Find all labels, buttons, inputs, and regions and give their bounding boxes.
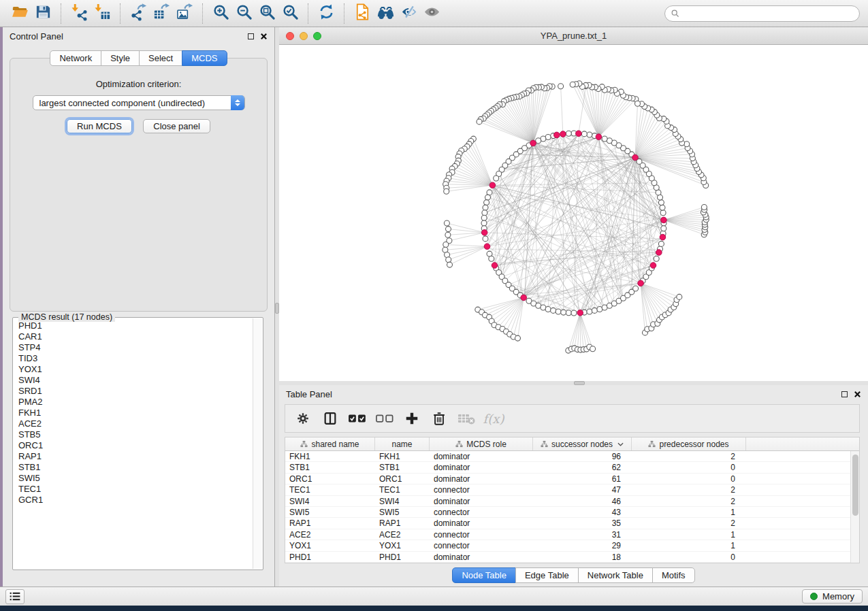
- toolbar-import-network-button[interactable]: [67, 3, 91, 24]
- table-toolbar-columns-button[interactable]: [319, 408, 341, 429]
- table-tab-edge-table[interactable]: Edge Table: [515, 567, 579, 583]
- share-document-icon: [353, 3, 372, 24]
- column-label: successor nodes: [551, 440, 613, 449]
- close-panel-icon[interactable]: [260, 33, 268, 40]
- mcds-result-item[interactable]: SWI5: [16, 473, 252, 484]
- tab-style[interactable]: Style: [101, 50, 140, 66]
- table-toolbar-delete-columns-button[interactable]: [428, 408, 450, 429]
- mcds-result-item[interactable]: TID3: [16, 353, 252, 364]
- scrollbar-thumb[interactable]: [852, 455, 858, 516]
- toolbar-refresh-button[interactable]: [315, 3, 338, 24]
- network-graph[interactable]: [279, 45, 868, 381]
- toolbar-hide-selected-button[interactable]: [397, 3, 420, 24]
- window-close-button[interactable]: [286, 32, 294, 40]
- tab-network[interactable]: Network: [50, 50, 101, 66]
- table-toolbar-gear-button[interactable]: [292, 408, 314, 429]
- mcds-result-item[interactable]: YOX1: [16, 364, 252, 375]
- mcds-result-item[interactable]: STB1: [16, 462, 252, 473]
- mcds-result-item[interactable]: CAR1: [16, 331, 252, 342]
- table-row[interactable]: RAP1RAP1dominator352: [285, 518, 859, 529]
- column-header-name[interactable]: name: [375, 437, 430, 450]
- mcds-result-item[interactable]: GCR1: [16, 495, 252, 506]
- mcds-result-scrollbar[interactable]: [253, 318, 262, 569]
- export-network-icon: [129, 3, 148, 24]
- table-row[interactable]: YOX1YOX1connector291: [285, 540, 859, 551]
- mcds-result-item[interactable]: STB5: [16, 429, 252, 440]
- import-network-icon: [70, 3, 89, 24]
- table-row[interactable]: FKH1FKH1dominator962: [285, 451, 859, 462]
- mcds-result-item[interactable]: SRD1: [16, 386, 252, 397]
- table-tab-motifs[interactable]: Motifs: [652, 567, 695, 583]
- column-header-shared-name[interactable]: shared name: [285, 437, 375, 450]
- column-header-predecessor-nodes[interactable]: predecessor nodes: [632, 437, 746, 450]
- table-tab-node-table[interactable]: Node Table: [452, 567, 516, 583]
- table-cell: PHD1: [285, 552, 375, 562]
- table-scrollbar[interactable]: [850, 451, 859, 563]
- table-row[interactable]: TEC1TEC1connector472: [285, 484, 859, 495]
- table-row[interactable]: PHD1PHD1dominator180: [285, 552, 859, 563]
- column-header-MCDS-role[interactable]: MCDS role: [430, 437, 533, 450]
- column-header-successor-nodes[interactable]: successor nodes: [533, 437, 632, 450]
- table-toolbar-add-column-button[interactable]: [401, 408, 423, 429]
- mcds-result-item[interactable]: SWI4: [16, 375, 252, 386]
- mcds-result-item[interactable]: RAP1: [16, 451, 252, 462]
- table-toolbar-delete-table-button: [455, 408, 477, 429]
- table-cell: 47: [533, 484, 632, 495]
- table-cell: RAP1: [285, 518, 375, 528]
- close-panel-button[interactable]: Close panel: [143, 119, 210, 133]
- mcds-result-item[interactable]: FKH1: [16, 408, 252, 418]
- mcds-result-item[interactable]: PHD1: [16, 320, 252, 331]
- table-toolbar-unselect-all-button[interactable]: [374, 408, 396, 429]
- search-input[interactable]: [684, 9, 854, 18]
- table-row[interactable]: SWI5SWI5connector431: [285, 507, 859, 518]
- table-row[interactable]: SWI4SWI4dominator462: [285, 496, 859, 507]
- network-graph-canvas[interactable]: [279, 45, 868, 381]
- mcds-result-item[interactable]: ORC1: [16, 440, 252, 451]
- table-cell: ORC1: [375, 474, 430, 484]
- toolbar-search-network-button[interactable]: [374, 3, 397, 24]
- table-cell: connector: [430, 540, 533, 550]
- table-cell: 46: [533, 496, 632, 506]
- table-toolbar-select-all-button[interactable]: [347, 408, 368, 429]
- toolbar-import-table-button[interactable]: [91, 3, 114, 24]
- table-cell: dominator: [430, 462, 533, 472]
- table-row[interactable]: ORC1ORC1dominator610: [285, 474, 859, 484]
- float-panel-icon[interactable]: [841, 391, 848, 397]
- toolbar-open-file-button[interactable]: [8, 3, 31, 24]
- close-panel-icon[interactable]: [854, 391, 861, 398]
- table-cell: dominator: [430, 474, 533, 484]
- toolbar-zoom-selected-button[interactable]: [278, 3, 302, 24]
- table-cell: 43: [533, 507, 632, 517]
- list-icon: [9, 591, 21, 601]
- search-icon: [671, 9, 680, 18]
- toolbar-zoom-out-button[interactable]: [232, 3, 255, 24]
- window-zoom-button[interactable]: [313, 32, 321, 40]
- memory-button[interactable]: Memory: [802, 589, 863, 604]
- tab-select[interactable]: Select: [139, 50, 182, 66]
- search-field[interactable]: [664, 5, 860, 22]
- float-panel-icon[interactable]: [248, 33, 254, 39]
- mcds-result-item[interactable]: ACE2: [16, 418, 252, 429]
- show-all-icon: [423, 3, 441, 24]
- toolbar-save-button[interactable]: [31, 3, 54, 24]
- toolbar-export-network-button[interactable]: [127, 3, 150, 24]
- mcds-result-item[interactable]: TEC1: [16, 484, 252, 495]
- tab-mcds[interactable]: MCDS: [182, 50, 227, 66]
- window-minimize-button[interactable]: [300, 32, 308, 40]
- toolbar-share-document-button[interactable]: [351, 3, 374, 24]
- table-cell: 18: [533, 552, 632, 562]
- column-label: shared name: [311, 440, 359, 449]
- mcds-result-item[interactable]: STP4: [16, 342, 252, 353]
- table-row[interactable]: STB1STB1dominator620: [285, 462, 859, 473]
- optimization-criterion-select[interactable]: largest connected component (undirected): [33, 95, 245, 110]
- table-row[interactable]: ACE2ACE2connector311: [285, 529, 859, 540]
- table-tab-network-table[interactable]: Network Table: [578, 567, 653, 583]
- show-panels-button[interactable]: [5, 589, 25, 604]
- toolbar-export-image-button[interactable]: [173, 3, 196, 24]
- toolbar-export-table-button[interactable]: [150, 3, 173, 24]
- toolbar-zoom-fit-button[interactable]: [255, 3, 278, 24]
- table-cell: 61: [533, 474, 632, 484]
- run-mcds-button[interactable]: Run MCDS: [67, 119, 132, 133]
- mcds-result-item[interactable]: PMA2: [16, 397, 252, 408]
- toolbar-zoom-in-button[interactable]: [209, 3, 232, 24]
